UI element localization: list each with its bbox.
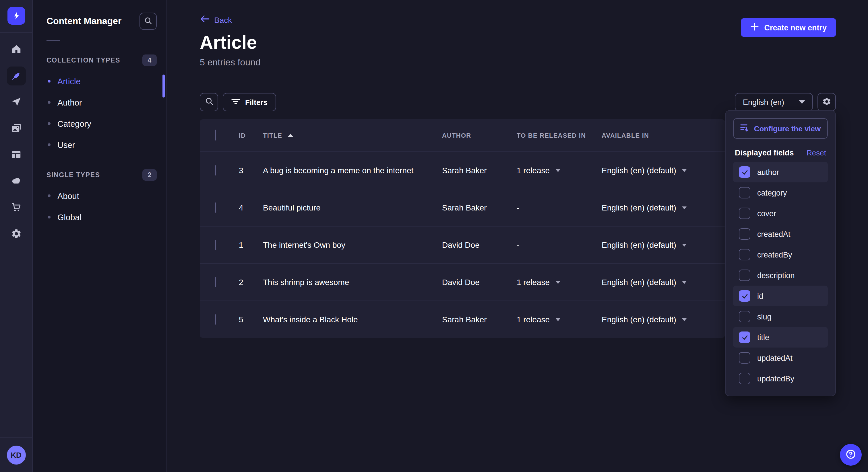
cell-available[interactable]: English (en) (default) [601,315,725,324]
field-option-title[interactable]: title [733,327,828,347]
single-types-label: SINGLE TYPES [46,171,100,178]
bullet-icon [48,143,51,146]
cell-released[interactable]: 1 release [517,278,601,287]
chevron-down-icon [555,318,560,321]
cell-id: 1 [239,240,263,249]
home-icon [11,43,22,56]
user-avatar[interactable]: KD [7,446,26,465]
cell-title: This shrimp is awesome [263,278,442,287]
row-checkbox[interactable] [215,202,216,213]
chevron-down-icon [555,169,560,172]
cell-author: Sarah Baker [442,166,517,175]
row-checkbox[interactable] [215,165,216,175]
checkbox-icon[interactable] [739,352,750,364]
checkbox-checked-icon[interactable] [739,166,750,178]
table-search-button[interactable] [200,93,218,111]
cell-id: 3 [239,166,263,175]
nav-marketplace-button[interactable] [7,198,26,217]
checkbox-icon[interactable] [739,208,750,219]
field-option-description[interactable]: description [733,265,828,285]
subnav-search-button[interactable] [140,12,157,30]
subnav-item-about[interactable]: About [33,185,166,206]
row-checkbox[interactable] [215,314,216,325]
layout-icon [11,149,22,162]
column-header-available[interactable]: AVAILABLE IN [601,132,725,139]
checkbox-checked-icon[interactable] [739,290,750,302]
cell-released[interactable]: 1 release [517,166,601,175]
help-button[interactable] [840,444,862,466]
checkbox-icon[interactable] [739,228,750,240]
column-header-author[interactable]: AUTHOR [442,132,517,139]
column-header-id[interactable]: ID [239,132,263,139]
subnav-item-user[interactable]: User [33,134,166,156]
back-arrow-icon [200,15,210,25]
field-option-createdAt[interactable]: createdAt [733,224,828,244]
cell-available[interactable]: English (en) (default) [601,240,725,249]
locale-dropdown[interactable]: English (en) [735,93,813,111]
subnav-item-author[interactable]: Author [33,92,166,113]
subnav-item-global[interactable]: Global [33,206,166,228]
table-row[interactable]: 1 The internet's Own boy David Doe - Eng… [200,226,725,263]
field-option-updatedAt[interactable]: updatedAt [733,347,828,368]
search-icon [144,16,152,26]
nav-releases-button[interactable] [7,93,26,112]
field-option-category[interactable]: category [733,182,828,203]
column-header-released[interactable]: TO BE RELEASED IN [517,132,601,139]
cell-id: 4 [239,203,263,212]
checkbox-icon[interactable] [739,249,750,260]
cell-released: - [517,240,601,249]
strapi-logo[interactable] [7,7,25,25]
checkbox-icon[interactable] [739,373,750,384]
main-content: Back Article 5 entries found Create new … [166,0,868,472]
create-new-entry-button[interactable]: Create new entry [741,19,836,37]
back-link[interactable]: Back [200,15,232,25]
checkbox-icon[interactable] [739,311,750,322]
nav-settings-button[interactable] [7,225,26,244]
nav-home-button[interactable] [7,40,26,59]
field-option-slug[interactable]: slug [733,306,828,327]
row-checkbox[interactable] [215,240,216,250]
nav-content-type-builder-button[interactable] [7,146,26,165]
subnav-scrollbar-thumb[interactable] [162,74,165,98]
field-option-cover[interactable]: cover [733,203,828,224]
table-row[interactable]: 3 A bug is becoming a meme on the intern… [200,151,725,189]
field-option-updatedBy[interactable]: updatedBy [733,368,828,389]
table-row[interactable]: 4 Beautiful picture Sarah Baker - Englis… [200,189,725,226]
filters-button[interactable]: Filters [223,93,276,111]
checkbox-checked-icon[interactable] [739,332,750,343]
subnav-title: Content Manager [46,16,121,26]
cell-released[interactable]: 1 release [517,315,601,324]
cell-available[interactable]: English (en) (default) [601,278,725,287]
checkbox-icon[interactable] [739,270,750,281]
chevron-down-icon [682,206,687,209]
cell-available[interactable]: English (en) (default) [601,166,725,175]
row-checkbox[interactable] [215,277,216,287]
table-row[interactable]: 2 This shrimp is awesome David Doe 1 rel… [200,263,725,301]
field-option-id[interactable]: id [733,285,828,306]
subnav-item-article[interactable]: Article [33,71,166,92]
field-option-author[interactable]: author [733,162,828,182]
view-settings-button[interactable] [817,93,836,111]
bullet-icon [48,122,51,125]
gear-icon [822,97,831,107]
cell-id: 5 [239,315,263,324]
filter-icon [231,98,240,106]
nav-deploy-button[interactable] [7,172,26,191]
reset-link[interactable]: Reset [807,148,826,157]
bullet-icon [48,194,51,197]
column-header-title[interactable]: TITLE [263,132,442,139]
nav-media-library-button[interactable] [7,119,26,138]
feather-icon [11,70,22,82]
subnav-item-category[interactable]: Category [33,113,166,134]
cell-available[interactable]: English (en) (default) [601,203,725,212]
table-row[interactable]: 5 What's inside a Black Hole Sarah Baker… [200,301,725,338]
bullet-icon [48,216,51,218]
bullet-icon [48,80,51,82]
cell-id: 2 [239,278,263,287]
field-option-createdBy[interactable]: createdBy [733,244,828,265]
configure-view-button[interactable]: Configure the view [733,118,828,139]
nav-content-manager-button[interactable] [7,67,26,86]
select-all-checkbox[interactable] [215,130,216,140]
checkbox-icon[interactable] [739,187,750,198]
collection-types-section: COLLECTION TYPES 4 Article Author Catego… [33,53,166,156]
